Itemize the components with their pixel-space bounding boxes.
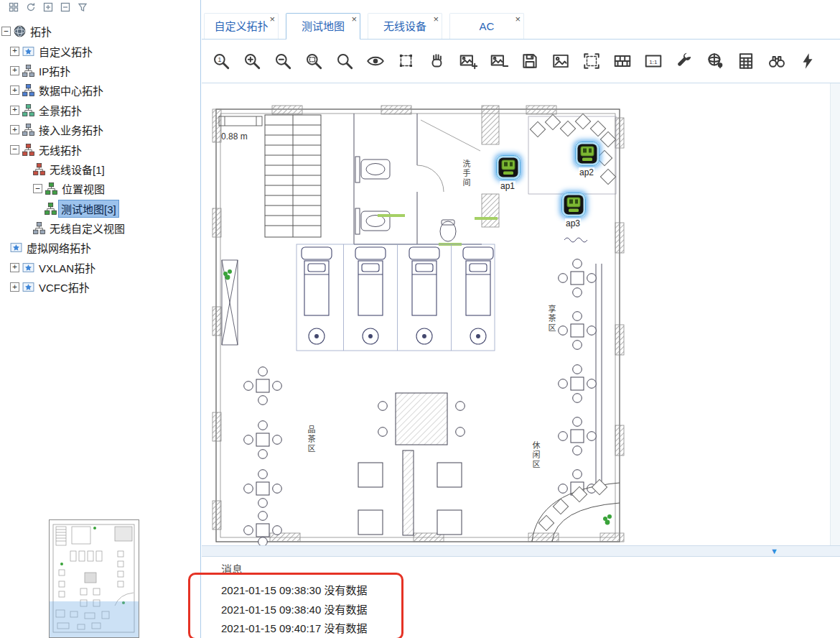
tree-node-icon (22, 104, 34, 116)
map-canvas[interactable]: 0.88 m (202, 83, 840, 545)
vertical-scrollbar[interactable] (830, 83, 840, 545)
tab-AC[interactable]: AC× (449, 13, 524, 39)
tree-node-icon (22, 144, 34, 156)
find-binoculars-icon[interactable] (767, 52, 786, 70)
message-panel: 消息 2021-01-15 09:38:30 没有数据2021-01-15 09… (202, 557, 840, 638)
tree-item[interactable]: 测试地图[3] (0, 199, 200, 218)
tab-无线设备[interactable]: 无线设备× (368, 13, 442, 39)
floorplan-layer: 0.88 m (202, 88, 830, 545)
tree-item[interactable]: +自定义拓扑 (0, 41, 200, 60)
tree-node-label[interactable]: VCFC拓扑 (37, 279, 92, 295)
tree-node-icon (45, 203, 57, 215)
message-item: 2021-01-15 09:38:30 没有数据 (221, 581, 840, 601)
zoom-in-icon[interactable] (243, 52, 261, 70)
filter-icon[interactable] (78, 2, 88, 12)
view-eye-icon[interactable] (366, 52, 385, 70)
tree-item[interactable]: +IP拓扑 (0, 61, 200, 80)
expand-icon[interactable]: + (10, 263, 19, 272)
save-icon[interactable] (521, 52, 539, 70)
performance-bolt-icon[interactable] (798, 52, 817, 70)
zoom-icon[interactable] (335, 52, 354, 70)
expand-icon[interactable]: + (10, 282, 19, 292)
pan-hand-icon[interactable] (428, 52, 447, 70)
tab-close-icon[interactable]: × (351, 14, 357, 24)
expand-icon[interactable]: + (10, 106, 19, 115)
zoom-area-icon[interactable] (304, 52, 323, 70)
tree-node-icon (22, 84, 34, 96)
tree-item[interactable]: −位置视图 (0, 179, 200, 198)
tree-node-label[interactable]: 虚拟网络拓扑 (24, 239, 93, 256)
topology-app-window: −拓扑+自定义拓扑+IP拓扑+数据中心拓扑+全景拓扑+接入业务拓扑−无线拓扑无线… (0, 0, 840, 638)
tree-node-icon (10, 241, 22, 254)
tree-item[interactable]: −无线拓扑 (0, 139, 200, 159)
tree-node-label[interactable]: 位置视图 (60, 180, 107, 197)
tree-item[interactable]: +VXLAN拓扑 (0, 258, 200, 277)
tree-item[interactable]: 虚拟网络拓扑 (0, 238, 200, 257)
export-image-icon[interactable] (551, 52, 570, 70)
zoom-previous-icon[interactable]: 1 (212, 52, 230, 70)
tree-item[interactable]: 无线自定义视图 (0, 218, 200, 238)
tab-close-icon[interactable]: × (515, 14, 521, 24)
locate-globe-icon[interactable] (706, 52, 724, 70)
ap-device-icon[interactable] (496, 155, 521, 180)
tree-node-label[interactable]: 数据中心拓扑 (37, 82, 106, 98)
tree-node-label[interactable]: VXLAN拓扑 (37, 259, 98, 276)
message-item: 2021-01-15 09:38:40 没有数据 (221, 601, 840, 620)
zoom-out-icon[interactable] (274, 52, 292, 70)
tree-node-label[interactable]: 拓扑 (28, 23, 54, 40)
tree-node-label[interactable]: IP拓扑 (37, 63, 73, 79)
ap-label: ap3 (565, 218, 581, 228)
tab-close-icon[interactable]: × (269, 14, 275, 24)
message-panel-title: 消息 (221, 561, 840, 576)
area-label-lounge: 休闲区 (531, 441, 541, 469)
grid-icon[interactable] (9, 2, 19, 12)
tree-node-label[interactable]: 无线拓扑 (37, 142, 84, 158)
refresh-icon[interactable] (26, 2, 36, 12)
expand-all-icon[interactable] (43, 2, 53, 12)
tree-item[interactable]: +全景拓扑 (0, 101, 200, 120)
tab-自定义拓扑[interactable]: 自定义拓扑× (204, 13, 279, 39)
select-box-icon[interactable] (397, 52, 416, 70)
tree-node-label[interactable]: 测试地图[3] (59, 200, 118, 217)
area-label-right-zone: 享茶区 (547, 304, 556, 333)
ap-device-icon[interactable] (561, 193, 586, 217)
minimap-thumbnail[interactable] (49, 519, 139, 638)
collapse-arrow-icon[interactable]: ▼ (770, 546, 778, 556)
tree-item[interactable]: −拓扑 (0, 22, 200, 41)
expand-icon[interactable]: + (10, 47, 19, 56)
splitter-bar[interactable]: ▼ (202, 545, 840, 557)
collapse-icon[interactable]: − (33, 184, 42, 193)
grid-calculator-icon[interactable] (737, 52, 755, 70)
expand-icon[interactable]: + (10, 66, 19, 75)
message-list: 2021-01-15 09:38:30 没有数据2021-01-15 09:38… (221, 581, 840, 638)
area-label-washroom: 洗手间 (462, 160, 471, 188)
collapse-all-icon[interactable] (60, 2, 70, 12)
settings-wrench-icon[interactable] (675, 52, 694, 70)
tree-node-label[interactable]: 无线自定义视图 (47, 220, 127, 236)
collapse-icon[interactable]: − (1, 27, 11, 36)
expand-icon[interactable]: + (10, 125, 19, 134)
background-remove-icon[interactable] (490, 52, 508, 70)
tree-node-icon (33, 163, 45, 175)
tree-node-icon (22, 65, 34, 77)
tree-item[interactable]: +VCFC拓扑 (0, 277, 200, 297)
actual-size-icon[interactable]: 1:1 (644, 52, 663, 70)
collapse-icon[interactable]: − (10, 145, 19, 154)
tree-node-label[interactable]: 自定义拓扑 (37, 43, 95, 60)
background-add-icon[interactable] (459, 52, 477, 70)
tab-测试地图[interactable]: 测试地图× (286, 13, 360, 39)
tree-node-icon (22, 45, 34, 57)
select-area-icon[interactable] (582, 52, 601, 70)
tab-label: AC (480, 20, 495, 32)
tree-node-label[interactable]: 全景拓扑 (37, 102, 84, 119)
tree-node-label[interactable]: 无线设备[1] (47, 161, 107, 177)
sidebar-mini-toolbar (0, 0, 200, 13)
wall-icon[interactable] (613, 52, 632, 70)
tree-item[interactable]: 无线设备[1] (0, 160, 200, 179)
tree-item[interactable]: +数据中心拓扑 (0, 80, 200, 100)
tree-node-label[interactable]: 接入业务拓扑 (37, 121, 106, 138)
ap-device-icon[interactable] (575, 142, 599, 166)
tab-close-icon[interactable]: × (433, 14, 439, 24)
expand-icon[interactable]: + (10, 85, 19, 95)
tree-item[interactable]: +接入业务拓扑 (0, 120, 200, 139)
